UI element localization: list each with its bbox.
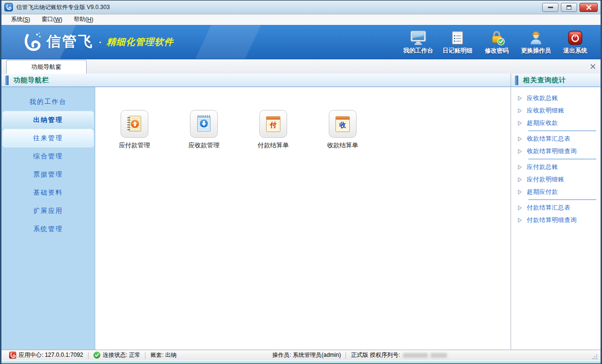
triangle-right-icon [518,218,522,223]
triangle-right-icon [518,177,522,182]
related-panel: 相关查询统计 应收款总账 应收款明细账 超期应收款 收款结算 [511,74,601,350]
triangle-right-icon [518,108,522,113]
triangle-right-icon [518,149,522,154]
green-check-icon [93,352,100,359]
payment-slip-icon: 付 [266,116,280,132]
related-panel-title: 相关查询统计 [523,76,566,85]
shortcut-receivables-mgmt[interactable]: 应收款管理 [175,110,233,150]
notepad-down-arrow-icon [196,115,212,132]
toolbar-switch-operator[interactable]: 更换操作员 [516,29,556,55]
related-item-payment-summary[interactable]: 付款结算汇总表 [511,201,601,214]
related-item-receivable-ledger[interactable]: 应收款总账 [511,92,601,104]
body: 功能导航栏 我的工作台 出纳管理 往来管理 综合管理 票据管理 基础资料 扩展应… [1,74,601,350]
window-controls [542,3,598,12]
journal-icon [450,29,465,45]
status-connection: 连接状态: 正常 [89,351,145,359]
brand-separator: · [98,34,102,49]
toolbar-exit-system[interactable]: 退出系统 [556,29,595,55]
brand-logo-icon [21,31,43,53]
status-license: 正式版 授权序列号: [346,351,452,359]
nav-panel-title: 功能导航栏 [13,76,49,85]
shortcut-payment-slip[interactable]: 付 付款结算单 [245,110,302,150]
title-bar: 信管飞出纳记账软件专业版 V9.0.303 [1,0,601,14]
monitor-icon [410,29,426,45]
shortcut-receipt-slip[interactable]: 收 收款结算单 [314,110,371,150]
window-title: 信管飞出纳记账软件专业版 V9.0.303 [16,3,110,11]
accent-bar [515,76,518,85]
panel-close-icon[interactable] [590,64,596,69]
minimize-icon [548,7,553,8]
sidebar-item-extended-apps[interactable]: 扩展应用 [2,202,94,220]
sidebar-item-contacts-mgmt[interactable]: 往来管理 [2,129,94,147]
triangle-right-icon [518,96,522,101]
power-icon [568,29,583,45]
related-item-payable-ledger[interactable]: 应付款总账 [511,161,601,173]
shortcut-payables-mgmt[interactable]: 应付款管理 [106,110,163,150]
left-region: 功能导航栏 我的工作台 出纳管理 往来管理 综合管理 票据管理 基础资料 扩展应… [1,74,511,350]
main-area: 应付款管理 [95,87,511,350]
status-account-set: 账套: 出纳 [145,351,181,359]
lock-check-icon [489,29,505,45]
toolbar-my-workbench[interactable]: 我的工作台 [399,29,438,55]
menu-window[interactable]: 窗口(W) [36,14,68,24]
brand-header: 信管飞 · 精细化管理软件 我的工作台 [1,25,601,59]
status-operator: 操作员: 系统管理员(admin) [268,351,346,359]
related-list: 应收款总账 应收款明细账 超期应收款 收款结算汇总表 收款结算明细查询 [511,87,601,226]
triangle-right-icon [518,189,522,195]
app-window: 信管飞出纳记账软件专业版 V9.0.303 系统(S) 窗口(W) 帮助(H) … [0,0,602,364]
status-bar: 应用中心: 127.0.0.1:7092 连接状态: 正常 账套: 出纳 操作员… [1,350,601,360]
accent-bar [5,76,9,85]
app-center-icon [9,352,16,359]
left-content: 我的工作台 出纳管理 往来管理 综合管理 票据管理 基础资料 扩展应用 系统管理 [1,87,511,350]
menu-bar: 系统(S) 窗口(W) 帮助(H) [1,14,601,25]
related-item-overdue-receivable[interactable]: 超期应收款 [511,117,601,129]
menu-help[interactable]: 帮助(H) [68,14,99,24]
app-logo-icon [4,3,13,11]
sidebar-item-bill-mgmt[interactable]: 票据管理 [2,165,94,184]
related-item-receipt-summary[interactable]: 收款结算汇总表 [511,132,601,145]
resize-grip[interactable] [591,354,598,360]
divider [528,199,596,200]
related-item-payment-detail-query[interactable]: 付款结算明细查询 [511,214,601,226]
close-icon [586,5,591,10]
related-panel-header: 相关查询统计 [511,74,601,87]
brand-slogan: 精细化管理软件 [107,36,174,48]
brand: 信管飞 · 精细化管理软件 [21,31,174,53]
status-app-center: 应用中心: 127.0.0.1:7092 [4,351,88,359]
nav-panel-header: 功能导航栏 [1,74,511,87]
user-icon [528,29,544,45]
maximize-icon [567,5,571,10]
window-bottom-border [1,361,601,364]
menu-system[interactable]: 系统(S) [5,14,36,24]
toolbar-change-password[interactable]: 修改密码 [477,29,516,55]
tab-strip: 功能导航窗 [1,59,601,74]
toolbar-journal-detail[interactable]: 日记账明细 [438,29,477,55]
sidebar: 我的工作台 出纳管理 往来管理 综合管理 票据管理 基础资料 扩展应用 系统管理 [1,87,95,350]
divider [528,131,596,131]
sidebar-item-cashier-mgmt[interactable]: 出纳管理 [2,111,94,129]
sidebar-item-my-workbench[interactable]: 我的工作台 [2,93,94,111]
notepad-up-arrow-icon [126,115,143,132]
related-item-payable-detail[interactable]: 应付款明细账 [511,173,601,186]
close-button[interactable] [580,3,598,12]
triangle-right-icon [518,165,522,170]
minimize-button[interactable] [542,3,558,12]
sidebar-item-basic-data[interactable]: 基础资料 [2,184,94,202]
receipt-slip-icon: 收 [335,116,350,132]
sidebar-item-comprehensive-mgmt[interactable]: 综合管理 [2,147,94,165]
triangle-right-icon [518,121,522,126]
divider [528,159,596,159]
related-item-overdue-payable[interactable]: 超期应付款 [511,186,601,198]
maximize-button[interactable] [561,3,577,12]
brand-name: 信管飞 [46,32,94,52]
redacted-serial [403,353,428,358]
redacted-serial [431,353,447,358]
sidebar-item-system-mgmt[interactable]: 系统管理 [2,220,94,238]
triangle-right-icon [518,205,522,210]
triangle-right-icon [518,136,522,142]
header-toolbar: 我的工作台 日记账明细 [399,29,601,55]
related-item-receivable-detail[interactable]: 应收款明细账 [511,104,601,117]
tab-function-nav[interactable]: 功能导航窗 [6,60,87,74]
related-item-receipt-detail-query[interactable]: 收款结算明细查询 [511,145,601,157]
